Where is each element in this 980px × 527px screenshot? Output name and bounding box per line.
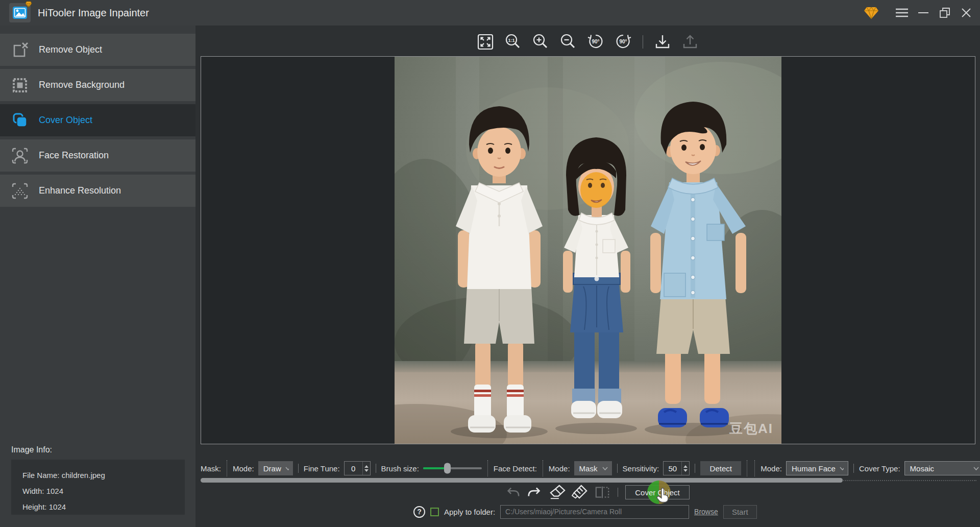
premium-gem-icon[interactable] [861, 0, 882, 26]
separator [618, 488, 618, 497]
sidebar-item-remove-background[interactable]: Remove Background [0, 69, 195, 101]
sidebar-item-label: Cover Object [39, 115, 92, 126]
face-detect-mode-label: Mode: [549, 464, 570, 473]
stepper-down-icon[interactable] [683, 469, 688, 472]
fine-tune-stepper[interactable]: 0 [344, 461, 371, 475]
zoom-out-button[interactable] [558, 32, 578, 52]
sidebar-item-cover-object[interactable]: Cover Object [0, 104, 195, 136]
import-image-button[interactable] [652, 32, 673, 52]
sensitivity-stepper[interactable]: 50 [663, 461, 690, 475]
rotate-right-button[interactable]: 90° [613, 32, 633, 52]
stepper-up-icon[interactable] [683, 465, 688, 468]
browse-link[interactable]: Browse [694, 508, 718, 516]
sidebar-item-remove-object[interactable]: Remove Object [0, 34, 195, 66]
fit-screen-icon [476, 32, 495, 52]
photo-watermark: 豆包AI [729, 420, 773, 438]
chevron-down-icon [973, 467, 979, 470]
rotate-left-button[interactable]: 90° [585, 32, 606, 52]
mask-label: Mask: [201, 464, 221, 473]
titlebar: HiTooler Image Inpainter [0, 0, 980, 26]
folder-path-input[interactable] [500, 505, 689, 519]
sidebar: Remove Object Remove Background Cover Ob… [0, 26, 195, 527]
editor-canvas[interactable]: 豆包AI [201, 56, 975, 444]
apply-to-folder-checkbox[interactable] [430, 508, 439, 516]
zoom-1-1-icon: 1:1 [503, 32, 523, 52]
menu-button[interactable] [891, 0, 913, 26]
canvas-toolbar: 1:1 90° 90° [195, 30, 980, 54]
remove-background-icon [10, 76, 30, 94]
cover-type-dropdown[interactable]: Mosaic [904, 461, 980, 475]
eraser-button[interactable] [549, 485, 566, 500]
face-detect-mode-value: Mask [579, 464, 598, 473]
maximize-button[interactable] [934, 0, 955, 26]
brush-size-slider[interactable] [423, 467, 482, 469]
cover-mode-dropdown[interactable]: Human Face [786, 461, 848, 475]
rotate-left-label: 90° [585, 39, 606, 44]
minimize-icon [917, 7, 929, 19]
import-icon [653, 32, 672, 52]
image-info-width: Width: 1024 [22, 483, 185, 499]
enhance-resolution-icon [10, 182, 30, 200]
photo-canvas[interactable]: 豆包AI [395, 57, 781, 444]
image-info-height: Height: 1024 [22, 499, 185, 515]
sidebar-item-enhance-resolution[interactable]: Enhance Resolution [0, 175, 195, 207]
group-separator [543, 460, 543, 476]
undo-button[interactable] [504, 485, 521, 500]
sidebar-item-label: Face Restoration [39, 150, 109, 161]
image-info-filename: File Name: children.jpeg [22, 467, 185, 483]
sidebar-item-label: Enhance Resolution [39, 185, 121, 196]
mask-mode-dropdown[interactable]: Draw [258, 461, 293, 475]
face-restoration-icon [10, 147, 30, 165]
mask-mode-value: Draw [263, 464, 281, 473]
brush-icon [572, 485, 588, 500]
stepper-down-icon[interactable] [364, 469, 369, 472]
fine-tune-label: Fine Tune: [304, 464, 340, 473]
chevron-down-icon [602, 467, 608, 470]
sensitivity-label: Sensitivity: [623, 464, 659, 473]
group-separator [487, 460, 488, 476]
minimize-button[interactable] [913, 0, 934, 26]
export-image-button[interactable] [680, 32, 700, 52]
brush-size-fill [423, 467, 448, 469]
group-separator [747, 460, 747, 476]
redo-icon [527, 485, 543, 499]
hand-cursor-icon [655, 488, 670, 503]
stepper-up-icon[interactable] [364, 465, 369, 468]
remove-object-icon [10, 41, 30, 59]
separator [376, 464, 376, 473]
detect-button[interactable]: Detect [700, 461, 741, 475]
face-detect-mode-dropdown[interactable]: Mask [574, 461, 612, 475]
cover-object-icon [10, 111, 30, 130]
toolbar-scrollbar-thumb[interactable] [201, 478, 843, 483]
cover-object-button[interactable]: Cover Object [625, 485, 690, 499]
fit-screen-button[interactable] [475, 32, 496, 52]
zoom-actual-size-button[interactable]: 1:1 [503, 32, 523, 52]
chevron-down-icon [285, 467, 289, 470]
group-separator [227, 460, 227, 476]
redo-button[interactable] [527, 485, 543, 500]
brush-size-thumb[interactable] [444, 463, 451, 474]
eraser-icon [549, 485, 566, 500]
group-separator [754, 460, 755, 476]
logo-gem-icon [25, 1, 32, 8]
brush-button[interactable] [572, 485, 588, 500]
cover-type-value: Mosaic [910, 464, 935, 473]
close-icon [961, 7, 972, 18]
separator [617, 464, 618, 473]
separator [298, 464, 299, 473]
close-button[interactable] [955, 0, 977, 26]
cover-type-label: Cover Type: [859, 464, 900, 473]
zoom-in-button[interactable] [530, 32, 551, 52]
apply-row: ? Apply to folder: Browse Start [413, 504, 757, 520]
mask-mode-label: Mode: [233, 464, 254, 473]
undo-icon [504, 485, 521, 499]
help-icon[interactable]: ? [413, 506, 425, 518]
app-logo [9, 3, 31, 22]
compare-button[interactable] [594, 485, 610, 500]
action-toolbar: Cover Object [504, 484, 690, 500]
image-info-heading: Image Info: [11, 445, 52, 454]
compare-split-icon [594, 485, 610, 499]
sidebar-item-face-restoration[interactable]: Face Restoration [0, 139, 195, 172]
toolbar-separator [643, 35, 643, 49]
start-button[interactable]: Start [723, 505, 757, 519]
